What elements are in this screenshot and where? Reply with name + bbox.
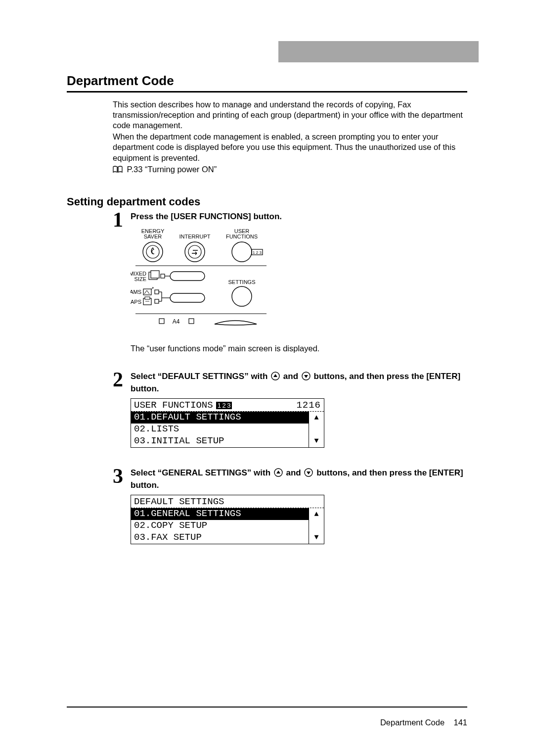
svg-marker-28 <box>307 472 311 474</box>
footer: Department Code 141 <box>380 718 467 727</box>
pill-button-1 <box>170 272 205 281</box>
led-box-3 <box>155 299 159 303</box>
step-number-1: 1 <box>113 209 131 353</box>
step-1-title: Press the [USER FUNCTIONS] button. <box>131 211 467 222</box>
cross-reference: P.33 “Turning power ON” <box>113 164 467 176</box>
svg-point-1 <box>143 242 163 262</box>
intro-paragraph-1: This section describes how to manage and… <box>113 99 467 131</box>
lcd-row-default-settings: 01.DEFAULT SETTINGS <box>131 412 309 424</box>
step-2-title: Select “DEFAULT SETTINGS” with and butto… <box>131 371 467 394</box>
book-icon <box>113 165 123 176</box>
svg-point-4 <box>188 245 201 258</box>
user-functions-button: 1 2 3 <box>232 242 263 262</box>
svg-point-2 <box>146 245 159 258</box>
settings-button <box>232 286 252 306</box>
control-panel-illustration: ENERGY SAVER INTERRUPT USER FUNCTIONS <box>131 227 271 339</box>
tiny-123-label: 1 2 3 <box>253 250 262 255</box>
down-arrow-icon <box>302 372 311 383</box>
scroll-up-icon: ▲ <box>314 511 318 518</box>
lcd-header: DEFAULT SETTINGS <box>131 495 324 508</box>
label-interrupt: INTERRUPT <box>179 234 211 239</box>
interrupt-button <box>185 242 205 262</box>
cross-reference-text: P.33 “Turning power ON” <box>127 165 217 174</box>
intro-paragraph-2: When the department code management is e… <box>113 132 467 163</box>
svg-marker-22 <box>273 374 277 377</box>
label-ams: AMS <box>131 289 141 295</box>
footer-label: Department Code <box>380 718 445 727</box>
svg-marker-24 <box>304 375 308 378</box>
curve-bottom <box>215 321 257 324</box>
step-3-title-mid: and <box>286 468 304 477</box>
energy-saver-button <box>143 242 163 262</box>
svg-point-5 <box>232 242 252 262</box>
scroll-up-icon: ▲ <box>314 414 318 422</box>
lcd-row-lists: 02.LISTS <box>131 424 324 435</box>
lcd-scroll-arrows: ▲ ▼ <box>309 508 324 544</box>
mixed-size-icon <box>149 271 159 280</box>
aps-icon <box>143 297 151 305</box>
step-1-caption: The “user functions mode” main screen is… <box>131 344 467 353</box>
led-box-5 <box>189 319 194 324</box>
intro-block: This section describes how to manage and… <box>113 99 467 176</box>
lcd-header: USER FUNCTIONS 1 2 3 1216 <box>131 399 324 412</box>
svg-rect-9 <box>151 271 159 278</box>
step-3-title-a: Select “GENERAL SETTINGS” with <box>131 468 273 477</box>
label-saver: SAVER <box>144 234 162 239</box>
step-3: 3 Select “GENERAL SETTINGS” with and but… <box>113 468 467 544</box>
label-functions: FUNCTIONS <box>226 234 258 239</box>
lcd-row-copy-setup: 02.COPY SETUP <box>131 520 324 532</box>
up-arrow-icon <box>274 468 283 480</box>
down-arrow-icon <box>304 468 313 480</box>
lcd-header-title: DEFAULT SETTINGS <box>134 497 224 507</box>
page: Department Code This section describes h… <box>0 0 534 756</box>
label-a4: A4 <box>173 318 180 325</box>
step-2-title-mid: and <box>283 372 301 381</box>
section-heading: Setting department codes <box>67 195 467 208</box>
up-arrow-icon <box>271 372 280 383</box>
page-number: 141 <box>453 718 467 727</box>
label-aps: APS <box>131 299 141 305</box>
step-2: 2 Select “DEFAULT SETTINGS” with and but… <box>113 371 467 448</box>
step-number-3: 3 <box>113 466 131 544</box>
pill-button-2 <box>170 293 205 302</box>
svg-point-3 <box>185 242 205 262</box>
lcd-screen-user-functions: USER FUNCTIONS 1 2 3 1216 01.DEFAULT SET… <box>131 398 324 448</box>
ams-icon <box>143 287 153 295</box>
side-tab <box>278 41 479 62</box>
led-box-4 <box>159 319 164 324</box>
led-box-2 <box>155 290 159 294</box>
svg-marker-26 <box>276 471 280 473</box>
lcd-row-initial-setup: 03.INITIAL SETUP <box>131 435 324 447</box>
title-rule <box>67 91 467 93</box>
step-3-title: Select “GENERAL SETTINGS” with and butto… <box>131 468 467 491</box>
lcd-scroll-arrows: ▲ ▼ <box>309 412 324 447</box>
led-box-1 <box>161 274 165 278</box>
lcd-header-title: USER FUNCTIONS <box>134 401 213 410</box>
svg-rect-15 <box>145 297 150 299</box>
label-size: SIZE <box>134 276 146 282</box>
lcd-screen-default-settings: DEFAULT SETTINGS 01.GENERAL SETTINGS 02.… <box>131 495 324 544</box>
lcd-header-counter: 1216 <box>296 401 321 410</box>
lcd-row-general-settings: 01.GENERAL SETTINGS <box>131 508 309 520</box>
scroll-down-icon: ▼ <box>314 534 318 541</box>
lcd-header-badge: 1 2 3 <box>216 402 232 409</box>
lcd-row-fax-setup: 03.FAX SETUP <box>131 532 324 544</box>
label-settings: SETTINGS <box>228 279 255 285</box>
step-2-title-a: Select “DEFAULT SETTINGS” with <box>131 372 270 381</box>
step-1: 1 Press the [USER FUNCTIONS] button. ENE… <box>113 211 467 353</box>
page-title: Department Code <box>67 73 467 89</box>
step-number-2: 2 <box>113 369 131 448</box>
footer-rule <box>67 707 467 708</box>
scroll-down-icon: ▼ <box>314 437 318 445</box>
